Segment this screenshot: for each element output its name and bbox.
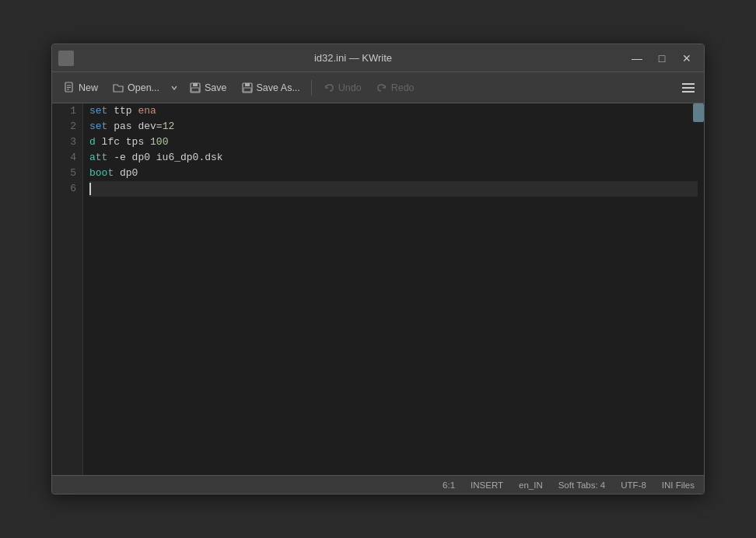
- new-button[interactable]: New: [57, 77, 104, 99]
- open-icon: [112, 82, 124, 94]
- token-cmd-4: att: [89, 152, 107, 163]
- window-title: id32.ini — KWrite: [80, 52, 626, 64]
- code-line-2: set pas dev=12: [89, 119, 698, 134]
- token-plain-2: pas dev=: [107, 121, 162, 132]
- token-cmd-5: boot: [89, 167, 114, 179]
- status-filetype: INI Files: [662, 480, 695, 490]
- open-dropdown-button[interactable]: [167, 77, 181, 99]
- open-button[interactable]: Open...: [106, 77, 166, 99]
- token-kw-1: set: [89, 105, 107, 117]
- svg-rect-8: [245, 83, 250, 86]
- svg-rect-6: [191, 88, 199, 92]
- code-line-6: [89, 181, 698, 197]
- token-num-2: 12: [163, 121, 175, 132]
- window-icon: [58, 51, 74, 66]
- line-number-6: 6: [52, 181, 82, 197]
- save-as-button[interactable]: Save As...: [235, 77, 306, 99]
- toolbar-separator-1: [311, 80, 312, 96]
- save-icon: [189, 82, 201, 94]
- redo-icon: [376, 82, 388, 94]
- status-position: 6:1: [443, 480, 455, 490]
- svg-rect-5: [193, 83, 198, 86]
- redo-button[interactable]: Redo: [369, 77, 421, 99]
- token-plain-4: -e dp0 iu6_dp0.dsk: [107, 152, 222, 163]
- save-button[interactable]: Save: [183, 77, 233, 99]
- line-number-2: 2: [52, 119, 82, 134]
- scroll-indicator: [693, 103, 704, 122]
- editor-area: 1 2 3 4 5 6 set ttp ena set pas dev=12 d…: [52, 103, 704, 475]
- token-plain-1: ttp: [107, 105, 138, 117]
- code-line-1: set ttp ena: [89, 103, 698, 119]
- close-button[interactable]: ✕: [676, 50, 698, 67]
- token-plain-3: lfc tps: [96, 136, 150, 148]
- minimize-button[interactable]: —: [626, 50, 648, 67]
- code-line-4: att -e dp0 iu6_dp0.dsk: [89, 150, 698, 166]
- svg-rect-9: [243, 88, 251, 92]
- maximize-button[interactable]: □: [651, 50, 673, 67]
- code-line-3: d lfc tps 100: [89, 134, 698, 150]
- hamburger-menu-button[interactable]: [677, 77, 699, 99]
- undo-icon: [323, 82, 335, 94]
- toolbar: New Open... Save: [52, 72, 704, 103]
- hamburger-icon: [681, 82, 695, 93]
- token-plain-5: dp0: [114, 167, 138, 179]
- token-kw-2: set: [89, 121, 107, 132]
- line-number-3: 3: [52, 134, 82, 150]
- line-numbers: 1 2 3 4 5 6: [52, 103, 83, 475]
- code-line-5: boot dp0: [89, 166, 698, 181]
- chevron-down-icon: [170, 84, 178, 92]
- token-val-1: ena: [138, 105, 156, 117]
- status-encoding: UTF-8: [621, 480, 646, 490]
- status-language: en_IN: [519, 480, 543, 490]
- status-tabs: Soft Tabs: 4: [558, 480, 606, 490]
- status-mode: INSERT: [471, 480, 503, 490]
- token-num-3: 100: [150, 136, 168, 148]
- line-number-1: 1: [52, 103, 82, 119]
- line-number-4: 4: [52, 150, 82, 166]
- title-bar: id32.ini — KWrite — □ ✕: [52, 44, 704, 72]
- editor-content[interactable]: set ttp ena set pas dev=12 d lfc tps 100…: [83, 103, 704, 475]
- undo-button[interactable]: Undo: [317, 77, 368, 99]
- main-window: id32.ini — KWrite — □ ✕ New Open...: [51, 44, 705, 494]
- status-bar: 6:1 INSERT en_IN Soft Tabs: 4 UTF-8 INI …: [52, 475, 704, 494]
- cursor: [89, 183, 91, 195]
- window-controls: — □ ✕: [626, 50, 698, 67]
- new-icon: [63, 82, 75, 94]
- line-number-5: 5: [52, 166, 82, 181]
- token-cmd-3: d: [89, 136, 96, 148]
- save-as-icon: [241, 82, 254, 94]
